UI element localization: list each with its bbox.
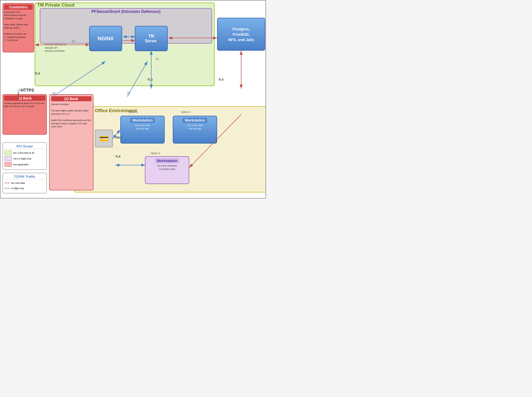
legend-item-purple: YES in flight only: [5, 156, 45, 161]
bank1-box: (1) Bank Hosted payments allow PCI A-EP …: [3, 94, 47, 135]
pos-terminal: 💳: [95, 130, 113, 147]
workstation3-text: TM some restrictionon email or web: [157, 164, 177, 171]
nginx-box: NGINX: [89, 26, 122, 51]
tls-label-3: TLS: [218, 78, 224, 81]
workstation2-title: Workstation: [183, 118, 207, 123]
option3-label: Option 3: [150, 152, 160, 155]
workstation2-box: Workstation TM, email, weband any app: [173, 116, 217, 144]
postgres-box: Postgres,FreeBSD,NFS, and Jails: [217, 18, 265, 51]
customers-box: Customers External to PCI environment an…: [3, 3, 34, 52]
legend-swatch-green: [5, 150, 12, 155]
bank2-title: (2) Bank: [51, 96, 91, 101]
num-2-mid: (2): [127, 92, 130, 94]
pci-legend: PCI Scope NO Card Data at all YES in fli…: [3, 142, 47, 170]
tls-label-4: TLS: [115, 155, 121, 158]
tcp-item-red: ⟺ No card data: [5, 181, 45, 185]
firewall-description: Firewall, Web ServerNetwork SPIintrusion…: [45, 43, 66, 53]
workstation3-title: Workstation: [155, 158, 179, 163]
num-2-right: (2): [156, 40, 159, 43]
nginx-label: NGINX: [98, 36, 113, 42]
tm-server-box: TMServer: [135, 26, 168, 51]
pfsense-label: PFSense/Snort (Intrusion Defenses): [41, 9, 211, 14]
arrow-red-icon: ⟺: [5, 181, 10, 185]
pci-legend-title: PCI Scope: [5, 144, 45, 149]
tls-label-2: TLS: [147, 78, 153, 81]
workstation1-text: TM, email, weband any app: [135, 124, 150, 130]
tm-private-cloud-label: TM Private Cloud: [37, 3, 74, 8]
legend-swatch-red: [5, 162, 12, 167]
option2-label: Option 2: [181, 111, 191, 113]
legend-item-red: Not applicable: [5, 162, 45, 167]
bank2-text: Service ProvidersTM uses higher grade tr…: [51, 103, 91, 128]
tcp-label-blue: In flight only: [11, 187, 24, 190]
workstation3-box: Workstation TM some restrictionon email …: [145, 156, 189, 184]
workstation1-title: Workstation: [130, 118, 155, 123]
tcp-item-blue: ⟺ In flight only: [5, 186, 45, 190]
tcp-label-red: No card data: [11, 182, 25, 184]
legend-swatch-purple: [5, 156, 12, 161]
tcp-legend: TCP/IP Traffic ⟺ No card data ⟺ In fligh…: [3, 173, 47, 193]
bank2-box: (2) Bank Service ProvidersTM uses higher…: [49, 94, 93, 190]
num-1-mid: (1): [52, 92, 55, 94]
num-1-bottom: (1): [156, 57, 159, 60]
legend-label-purple: YES in flight only: [13, 157, 31, 160]
num-1-customer: (1): [18, 89, 21, 91]
bank1-text: Hosted payments allow PCI A-EP and take …: [4, 102, 45, 108]
customers-title: Customers: [4, 5, 33, 10]
arrow-blue-icon: ⟺: [5, 186, 10, 190]
legend-item-green: NO Card Data at all: [5, 150, 45, 155]
diagram-container: TM Private Cloud Venue's Office Environm…: [0, 0, 266, 198]
ssl-label: SSL*: [115, 136, 122, 139]
legend-label-green: NO Card Data at all: [13, 151, 34, 154]
tcp-legend-title: TCP/IP Traffic: [5, 175, 45, 179]
workstation1-box: Workstation TM, email, weband any app: [120, 116, 165, 144]
tls-label-1: TLS: [35, 72, 40, 75]
bank1-title: (1) Bank: [4, 96, 45, 101]
option1-label: Option 1: [128, 111, 138, 113]
workstation2-text: TM, email, weband any app: [187, 124, 203, 130]
https-label: HTTPS: [21, 88, 34, 93]
num-2-top: (2): [72, 40, 75, 43]
legend-label-red: Not applicable: [13, 163, 28, 166]
customers-text: External to PCI environment and not incl…: [4, 11, 33, 42]
postgres-label: Postgres,FreeBSD,NFS, and Jails: [228, 26, 254, 42]
